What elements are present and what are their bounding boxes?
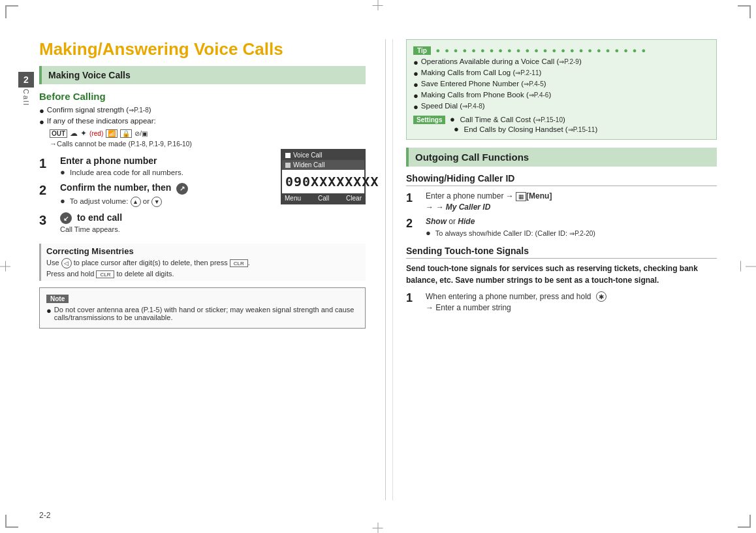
note-item: ● Do not cover antenna area (P.1-5) with… xyxy=(46,306,358,321)
step-1: 1 Enter a phone number ● Include area co… xyxy=(39,155,274,177)
volume-up-icon: ▲ xyxy=(131,197,141,207)
caller-step-1-content: Enter a phone number → ▦[Menu] → → My Ca… xyxy=(426,191,717,212)
correcting-box: Correcting Misentries Use ◁ to place cur… xyxy=(39,244,366,281)
tip-item-3: ● Save Entered Phone Number (⇒P.4-5) xyxy=(413,80,710,89)
tip-item-5: ● Speed Dial (⇒P.4-8) xyxy=(413,102,710,112)
call-button-icon: ↗ xyxy=(176,183,188,195)
section-header-making-voice-calls: Making Voice Calls xyxy=(39,66,366,84)
right-column: Tip ● ● ● ● ● ● ● ● ● ● ● ● ● ● ● ● ● ● … xyxy=(392,39,717,500)
widen-icon xyxy=(285,163,291,168)
step-2: 2 Confirm the number, then ↗ ● To adjust… xyxy=(39,182,274,207)
bottom-center-mark xyxy=(378,523,379,533)
volume-down-icon: ▼ xyxy=(151,197,162,207)
content-area: Making/Answering Voice Calls Making Voic… xyxy=(39,39,717,500)
outgoing-call-functions-header: Outgoing Call Functions xyxy=(406,148,717,167)
page-number: 2-2 xyxy=(39,511,50,520)
tip-item-2: ● Making Calls from Call Log (⇒P.2-11) xyxy=(413,69,710,78)
caller-step-2-text: Show or Hide xyxy=(426,217,717,226)
chapter-sidebar: 2 Call xyxy=(18,72,34,106)
caller-id-title: Showing/Hiding Caller ID xyxy=(406,173,717,186)
touch-tone-title: Sending Touch-tone Signals xyxy=(406,246,717,259)
step-2-content: Confirm the number, then ↗ ● To adjust v… xyxy=(60,182,274,207)
steps-with-image: 1 Enter a phone number ● Include area co… xyxy=(39,155,366,238)
before-calling-arrow-note: →Calls cannot be made (P.1-8, P.1-9, P.1… xyxy=(50,140,366,148)
caller-id-section: Showing/Hiding Caller ID 1 Enter a phone… xyxy=(406,173,717,238)
step-1-content: Enter a phone number ● Include area code… xyxy=(60,155,274,177)
phone-icon xyxy=(285,153,291,158)
phone-title-bar: Voice Call xyxy=(282,150,364,160)
right-center-mark xyxy=(746,266,756,267)
note-box: Note ● Do not cover antenna area (P.1-5)… xyxy=(39,287,366,329)
page-title: Making/Answering Voice Calls xyxy=(39,39,366,59)
tip-header-row: Tip ● ● ● ● ● ● ● ● ● ● ● ● ● ● ● ● ● ● … xyxy=(413,45,710,57)
caller-step-2-detail: ● To always show/hide Caller ID: (Caller… xyxy=(426,228,717,238)
touch-step-1-arrow: → Enter a number string xyxy=(426,303,717,312)
step-3: 3 ↙ to end call Call Time appears. xyxy=(39,212,274,234)
before-calling-bullet1: ● Confirm signal strength (⇒P.1-8) xyxy=(39,106,366,116)
tip-settings-row: Settings ● Call Time & Call Cost (⇒P.15-… xyxy=(413,114,710,124)
correcting-line1: Use ◁ to place cursor after digit(s) to … xyxy=(46,258,360,268)
touch-tone-description: Send touch-tone signals for services suc… xyxy=(406,263,717,286)
caller-step-2: 2 Show or Hide ● To always show/hide Cal… xyxy=(406,217,717,238)
caller-step-1-text: Enter a phone number → ▦[Menu] xyxy=(426,191,717,201)
before-calling-bullet2: ● If any of these indicators appear: xyxy=(39,117,366,127)
left-center-mark xyxy=(0,266,10,267)
tip-item-1: ● Operations Available during a Voice Ca… xyxy=(413,57,710,67)
menu-icon: ▦ xyxy=(516,192,526,201)
tip-item-4: ● Making Calls from Phone Book (⇒P.4-6) xyxy=(413,91,710,101)
step-1-detail: ● Include area code for all numbers. xyxy=(60,167,274,177)
before-calling-title: Before Calling xyxy=(39,91,366,102)
phone-display: Voice Call Widen Call 090XXXXXXXX Menu C… xyxy=(281,149,366,204)
step-2-detail: ● To adjust volume: ▲ or ▼ xyxy=(60,196,274,207)
phone-menu-row: Widen Call xyxy=(282,160,364,170)
phone-bottom-bar: Menu Call Clear xyxy=(282,193,364,203)
left-column: Making/Answering Voice Calls Making Voic… xyxy=(39,39,379,500)
caller-step-1-arrow: → → My Caller ID xyxy=(426,202,717,212)
step-3-content: ↙ to end call Call Time appears. xyxy=(60,212,274,234)
end-call-icon: ↙ xyxy=(60,212,72,224)
caller-step-1: 1 Enter a phone number → ▦[Menu] → → My … xyxy=(406,191,717,212)
corner-mark-br xyxy=(738,515,751,528)
column-divider xyxy=(385,39,386,500)
asterisk-icon: ✱ xyxy=(596,291,606,302)
touch-step-1-content: When entering a phone number, press and … xyxy=(426,291,717,312)
touch-step-1: 1 When entering a phone number, press an… xyxy=(406,291,717,312)
tip-box: Tip ● ● ● ● ● ● ● ● ● ● ● ● ● ● ● ● ● ● … xyxy=(406,39,717,140)
corner-mark-bl xyxy=(5,515,18,528)
corner-mark-tl xyxy=(5,5,18,18)
touch-step-1-text: When entering a phone number, press and … xyxy=(426,291,717,302)
chapter-label: Call xyxy=(22,89,30,106)
top-center-mark xyxy=(378,0,379,10)
tip-settings-item2: ● End Calls by Closing Handset (⇒P.15-11… xyxy=(454,124,710,134)
steps-text: 1 Enter a phone number ● Include area co… xyxy=(39,155,274,238)
caller-step-2-content: Show or Hide ● To always show/hide Calle… xyxy=(426,217,717,238)
chapter-number: 2 xyxy=(18,72,34,88)
corner-mark-tr xyxy=(738,5,751,18)
before-calling-section: Before Calling ● Confirm signal strength… xyxy=(39,91,366,148)
touch-tone-section: Sending Touch-tone Signals Send touch-to… xyxy=(406,246,717,312)
phone-number: 090XXXXXXXX xyxy=(282,170,364,193)
indicators-row: OUT ☁ ✦ (red) 📶 🔒 ⊘/▣ xyxy=(50,129,366,138)
correcting-line2: Press and hold CLR to delete all digits. xyxy=(46,270,360,278)
